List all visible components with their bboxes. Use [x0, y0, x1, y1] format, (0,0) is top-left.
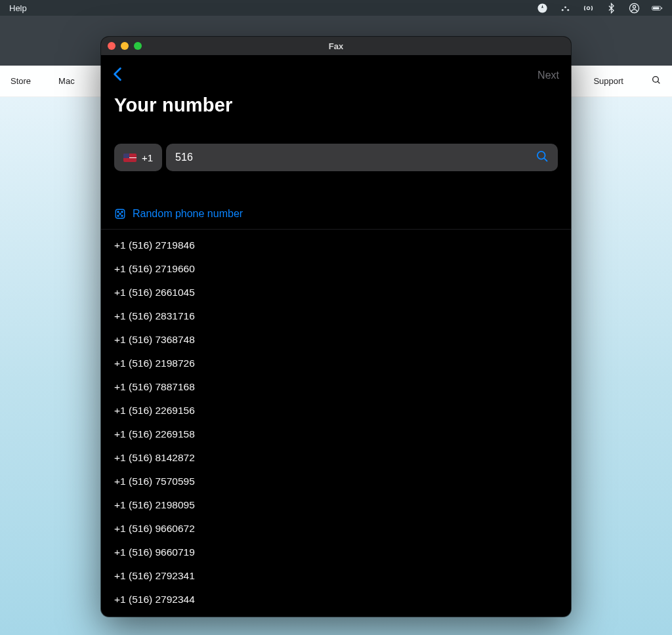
phone-number-row[interactable]: +1 (516) 9660672	[101, 517, 571, 541]
phone-number-row[interactable]: +1 (516) 2198726	[101, 352, 571, 375]
phone-number-list[interactable]: +1 (516) 2719846+1 (516) 2719660+1 (516)…	[101, 230, 571, 617]
airdrop-icon[interactable]	[583, 3, 594, 14]
svg-point-6	[633, 5, 635, 8]
svg-point-4	[587, 7, 589, 9]
svg-point-19	[121, 215, 123, 216]
phone-number-row[interactable]: +1 (516) 2269156	[101, 399, 571, 422]
phone-number-row[interactable]: +1 (516) 7887168	[101, 375, 571, 399]
phone-number-row[interactable]: +1 (516) 2719660	[101, 257, 571, 281]
phone-number-row[interactable]: +1 (516) 2269158	[101, 422, 571, 446]
phone-number-row[interactable]: +1 (516) 7368748	[101, 328, 571, 352]
svg-point-3	[567, 9, 569, 10]
svg-point-16	[121, 211, 123, 213]
phone-number-row[interactable]: +1 (516) 9660719	[101, 541, 571, 564]
bg-nav-mac[interactable]: Mac	[58, 76, 75, 86]
help-menu[interactable]: Help	[9, 3, 27, 13]
random-icon	[114, 208, 126, 220]
window-titlebar[interactable]: Fax	[101, 37, 571, 55]
random-number-label: Random phone number	[133, 208, 243, 220]
svg-point-15	[117, 211, 119, 213]
phone-number-row[interactable]: +1 (516) 2198095	[101, 493, 571, 517]
svg-line-11	[658, 81, 660, 83]
svg-rect-8	[653, 7, 660, 9]
window-title: Fax	[101, 41, 571, 51]
bg-nav-support[interactable]: Support	[593, 76, 623, 86]
zoom-icon[interactable]	[134, 42, 142, 50]
bg-nav-store[interactable]: Store	[10, 76, 31, 86]
number-search-field[interactable]	[166, 144, 558, 171]
svg-rect-9	[662, 7, 663, 9]
next-button: Next	[537, 70, 559, 81]
phone-number-row[interactable]: +1 (516) 8142872	[101, 446, 571, 470]
close-icon[interactable]	[108, 42, 116, 50]
phone-number-row[interactable]: +1 (516) 7570595	[101, 470, 571, 493]
account-icon[interactable]	[629, 3, 640, 14]
search-icon[interactable]	[533, 150, 551, 165]
battery-icon[interactable]	[652, 3, 663, 14]
us-flag-icon	[123, 154, 136, 162]
country-code-label: +1	[142, 152, 153, 163]
phone-number-row[interactable]: +1 (516) 2719846	[101, 234, 571, 257]
phone-number-row[interactable]: +1 (516) 2661045	[101, 281, 571, 304]
svg-point-10	[653, 77, 659, 83]
svg-point-2	[564, 6, 566, 8]
phone-number-row[interactable]: +1 (516) 2792344	[101, 588, 571, 611]
bg-search-icon[interactable]	[651, 75, 662, 87]
svg-point-1	[562, 9, 564, 10]
page-title: Your number	[101, 84, 571, 116]
svg-line-13	[544, 158, 547, 161]
random-number-button[interactable]: Random phone number	[101, 199, 571, 230]
fax-window: Fax Next Your number +1 Random phone num…	[101, 37, 571, 617]
search-input[interactable]	[175, 152, 533, 163]
system-menubar: Help	[0, 0, 672, 16]
location-icon[interactable]	[537, 3, 548, 14]
minimize-icon[interactable]	[121, 42, 129, 50]
phone-number-row[interactable]: +1 (516) 2831716	[101, 304, 571, 328]
svg-point-18	[117, 215, 119, 216]
bluetooth-icon[interactable]	[606, 3, 617, 14]
phone-number-row[interactable]: +1 (516) 2792341	[101, 564, 571, 588]
country-code-selector[interactable]: +1	[114, 144, 162, 171]
back-button[interactable]	[109, 66, 126, 85]
svg-point-17	[119, 213, 121, 215]
control-center-icon[interactable]	[560, 3, 571, 14]
